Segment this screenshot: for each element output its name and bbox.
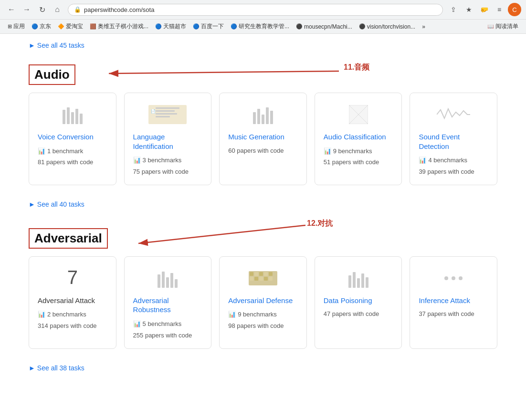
svg-point-45 [452, 276, 455, 280]
benchmark-icon4: 📊 [419, 156, 426, 166]
browser-chrome: ← → ↻ ⌂ 🔒 paperswithcode.com/sota ⇪ ★ 🤛 … [0, 0, 526, 20]
share-button[interactable]: ⇪ [447, 3, 460, 16]
adversarial-defense-title: Adversarial Defense [228, 296, 298, 305]
see-all-45-text: See all 45 tasks [37, 42, 84, 49]
bookmark-edu[interactable]: 🔵 研究生教育教学管... [228, 21, 292, 32]
bookmark-edu-label: 研究生教育教学管... [239, 22, 289, 31]
adversarial-section-header: Adversarial [29, 228, 108, 249]
adversarial-robustness-image [133, 266, 203, 290]
tmall-icon: 🔵 [155, 23, 162, 30]
sound-event-detection-papers: 39 papers with code [419, 168, 488, 176]
svg-rect-27 [175, 279, 178, 288]
inference-attack-image [419, 266, 488, 290]
benchmark-icon: 📊 [38, 147, 45, 157]
benchmark-icon3: 📊 [324, 147, 331, 157]
inference-attack-card[interactable]: Inference Attack 37 papers with code [410, 256, 497, 349]
svg-rect-31 [259, 272, 263, 276]
voice-conversion-title: Voice Conversion [38, 132, 107, 142]
adversarial-annotation-text: 12.对抗 [307, 219, 333, 229]
data-poisoning-papers: 47 papers with code [324, 310, 393, 318]
bookmark-baidu-label: 百度一下 [201, 22, 224, 31]
benchmark-icon2: 📊 [133, 156, 141, 166]
adversarial-robustness-card[interactable]: Adversarial Robustness 📊 5 benchmarks 25… [124, 256, 212, 349]
bookmark-tmall[interactable]: 🔵 天猫超市 [152, 21, 189, 32]
adversarial-defense-benchmarks: 📊 9 benchmarks [228, 310, 298, 320]
data-poisoning-card[interactable]: Data Poisoning 47 papers with code [315, 256, 402, 349]
bookmark-github2-label: vision/torchvision... [367, 23, 415, 30]
extensions-button[interactable]: 🤛 [477, 3, 491, 16]
github2-icon: ⚫ [359, 23, 366, 30]
svg-rect-37 [264, 277, 268, 281]
svg-text:📄: 📄 [151, 109, 156, 114]
adversarial-defense-card[interactable]: Adversarial Defense 📊 9 benchmarks 98 pa… [219, 256, 307, 349]
audio-annotation-text: 11.音频 [344, 63, 369, 73]
adversarial-attack-papers: 314 papers with code [38, 322, 107, 330]
refresh-button[interactable]: ↻ [35, 3, 49, 16]
language-identification-card[interactable]: 📄 Language Identification 📊 3 benchmarks… [124, 93, 212, 185]
bookmark-button[interactable]: ★ [462, 3, 475, 16]
bookmark-taobao[interactable]: 🔶 爱淘宝 [55, 21, 86, 32]
bookmark-baidu[interactable]: 🔵 百度一下 [190, 21, 227, 32]
adversarial-robustness-papers: 255 papers with code [133, 331, 203, 340]
see-all-45-chevron: ► [29, 42, 35, 49]
svg-line-1 [109, 71, 339, 74]
back-button[interactable]: ← [5, 3, 18, 16]
bookmark-github1-label: mousecpn/Machi... [304, 23, 352, 30]
bookmark-reading-label: 阅读清单 [495, 22, 518, 31]
bookmark-reading[interactable]: 📖 阅读清单 [484, 21, 521, 32]
voice-conversion-card[interactable]: Voice Conversion 📊 1 benchmark 81 papers… [29, 93, 116, 185]
bookmark-jd[interactable]: 🔵 京东 [29, 21, 54, 32]
bookmark-github1[interactable]: ⚫ mousecpn/Machi... [293, 22, 355, 31]
address-bar[interactable]: 🔒 paperswithcode.com/sota [68, 4, 443, 16]
jd-icon: 🔵 [32, 23, 38, 30]
home-button[interactable]: ⌂ [51, 3, 64, 16]
sound-event-detection-benchmarks: 📊 4 benchmarks [419, 156, 488, 166]
svg-rect-2 [63, 110, 65, 124]
svg-rect-29 [250, 272, 253, 276]
adversarial-section-wrapper: 12.对抗 Adversarial 7 Adversarial Attack 📊… [29, 220, 497, 379]
svg-rect-4 [71, 112, 74, 124]
bookmark-more-label: » [422, 23, 425, 30]
bookmark-apps[interactable]: ⊞ 应用 [5, 21, 28, 32]
voice-conversion-papers: 81 papers with code [38, 158, 107, 167]
svg-rect-33 [269, 272, 273, 276]
adversarial-attack-card[interactable]: 7 Adversarial Attack 📊 2 benchmarks 314 … [29, 256, 116, 349]
apps-icon: ⊞ [8, 23, 12, 30]
adversarial-attack-number: 7 [67, 268, 78, 287]
audio-section-header: Audio [29, 64, 75, 85]
svg-rect-17 [270, 111, 273, 124]
music-generation-card[interactable]: Music Generation 60 papers with code [219, 93, 307, 185]
reading-icon: 📖 [487, 23, 494, 30]
language-identification-benchmarks: 📊 3 benchmarks [133, 156, 203, 166]
see-all-38-link[interactable]: ► See all 38 tasks [29, 357, 497, 379]
see-all-45-link[interactable]: ► See all 45 tasks [29, 34, 497, 57]
profile-button[interactable]: C [508, 3, 521, 16]
lock-icon: 🔒 [74, 6, 81, 13]
svg-rect-5 [75, 109, 78, 124]
page-content: ► See all 45 tasks Audio 11.音频 [0, 34, 526, 379]
audio-classification-title: Audio Classification [324, 132, 393, 142]
adversarial-defense-image [228, 266, 298, 290]
see-all-40-link[interactable]: ► See all 40 tasks [29, 193, 497, 216]
adversarial-attack-image: 7 [38, 266, 107, 290]
thumbnail-icon: 📄 [148, 105, 187, 124]
bookmark-apps-label: 应用 [13, 22, 25, 31]
bookmark-github2[interactable]: ⚫ vision/torchvision... [356, 22, 418, 31]
wave-icon [437, 105, 470, 124]
audio-classification-card[interactable]: Audio Classification 📊 9 benchmarks 51 p… [315, 93, 402, 185]
edu-icon: 🔵 [231, 23, 237, 30]
robustness-bars-icon [156, 269, 179, 288]
music-generation-title: Music Generation [228, 132, 298, 142]
poisoning-bars-icon [347, 269, 370, 288]
sound-event-detection-card[interactable]: Sound Event Detection 📊 4 benchmarks 39 … [410, 93, 497, 185]
forward-button[interactable]: → [20, 3, 33, 16]
bookmark-game[interactable]: 🟫 奥维五子棋小游戏... [87, 21, 151, 32]
github1-icon: ⚫ [296, 23, 303, 30]
dots-icon [442, 273, 465, 283]
bookmark-more[interactable]: » [419, 22, 428, 31]
svg-rect-16 [266, 107, 269, 124]
menu-button[interactable]: ≡ [493, 3, 506, 16]
adversarial-attack-title: Adversarial Attack [38, 296, 107, 305]
svg-rect-10 [156, 110, 175, 112]
svg-line-22 [138, 225, 305, 243]
